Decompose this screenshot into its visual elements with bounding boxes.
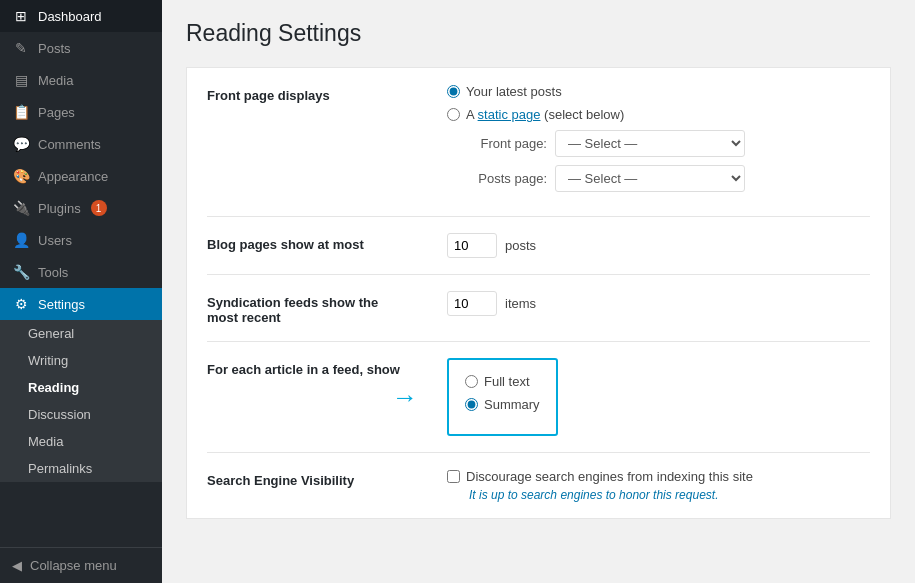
submenu-permalinks[interactable]: Permalinks [0,455,162,482]
front-page-select-label: Front page: [467,136,547,151]
radio-latest-posts[interactable]: Your latest posts [447,84,870,99]
front-page-select-row: Front page: — Select — [467,130,870,157]
collapse-icon: ◀ [12,558,22,573]
sidebar: ⊞ Dashboard ✎ Posts ▤ Media 📋 Pages 💬 Co… [0,0,162,583]
users-icon: 👤 [12,232,30,248]
appearance-icon: 🎨 [12,168,30,184]
search-engine-label: Search Engine Visibility [207,469,447,488]
feed-article-box: Full text Summary [447,358,558,436]
settings-icon: ⚙ [12,296,30,312]
sidebar-item-tools[interactable]: 🔧 Tools [0,256,162,288]
sidebar-item-label: Tools [38,265,68,280]
front-page-row: Front page displays Your latest posts A … [207,68,870,217]
sidebar-item-pages[interactable]: 📋 Pages [0,96,162,128]
radio-static-page[interactable]: A static page (select below) [447,107,870,122]
sidebar-item-label: Media [38,73,73,88]
plugins-badge: 1 [91,200,107,216]
posts-page-select-row: Posts page: — Select — [467,165,870,192]
feed-article-row: For each article in a feed, show → Full … [207,342,870,453]
pages-icon: 📋 [12,104,30,120]
sidebar-item-label: Settings [38,297,85,312]
radio-summary-label: Summary [484,397,540,412]
dashboard-icon: ⊞ [12,8,30,24]
search-engine-checkbox-row: Discourage search engines from indexing … [447,469,870,484]
sidebar-item-label: Pages [38,105,75,120]
media-icon: ▤ [12,72,30,88]
feed-article-control: → Full text Summary [447,358,870,436]
radio-static-input[interactable] [447,108,460,121]
collapse-label: Collapse menu [30,558,117,573]
arrow-indicator: → [392,382,418,413]
search-engine-control: Discourage search engines from indexing … [447,469,870,502]
sidebar-item-comments[interactable]: 💬 Comments [0,128,162,160]
sidebar-item-dashboard[interactable]: ⊞ Dashboard [0,0,162,32]
syndication-label: Syndication feeds show the most recent [207,291,447,325]
submenu-reading[interactable]: Reading [0,374,162,401]
sidebar-item-settings[interactable]: ⚙ Settings [0,288,162,320]
sidebar-item-appearance[interactable]: 🎨 Appearance [0,160,162,192]
static-page-link[interactable]: static page [478,107,541,122]
sidebar-item-users[interactable]: 👤 Users [0,224,162,256]
blog-pages-control: 10 posts [447,233,870,258]
comments-icon: 💬 [12,136,30,152]
blog-pages-suffix: posts [505,238,536,253]
radio-latest-input[interactable] [447,85,460,98]
sidebar-item-label: Appearance [38,169,108,184]
search-engine-checkbox-label: Discourage search engines from indexing … [466,469,753,484]
radio-full-text-input[interactable] [465,375,478,388]
radio-latest-label: Your latest posts [466,84,562,99]
posts-page-select-label: Posts page: [467,171,547,186]
sidebar-item-posts[interactable]: ✎ Posts [0,32,162,64]
settings-submenu: General Writing Reading Discussion Media… [0,320,162,482]
submenu-media[interactable]: Media [0,428,162,455]
posts-page-select[interactable]: — Select — [555,165,745,192]
main-content: Reading Settings Front page displays You… [162,0,915,583]
radio-full-text[interactable]: Full text [465,374,540,389]
syndication-suffix: items [505,296,536,311]
page-title: Reading Settings [186,20,891,47]
submenu-discussion[interactable]: Discussion [0,401,162,428]
radio-summary[interactable]: Summary [465,397,540,412]
sidebar-item-label: Posts [38,41,71,56]
syndication-row: Syndication feeds show the most recent i… [207,275,870,342]
search-engine-help: It is up to search engines to honor this… [469,488,870,502]
collapse-menu-button[interactable]: ◀ Collapse menu [0,547,162,583]
sidebar-item-label: Dashboard [38,9,102,24]
sidebar-item-label: Users [38,233,72,248]
sidebar-item-media[interactable]: ▤ Media [0,64,162,96]
syndication-input[interactable] [447,291,497,316]
sidebar-item-plugins[interactable]: 🔌 Plugins 1 [0,192,162,224]
posts-icon: ✎ [12,40,30,56]
front-page-control: Your latest posts A static page (select … [447,84,870,200]
submenu-general[interactable]: General [0,320,162,347]
syndication-control: items [447,291,870,316]
front-page-select[interactable]: — Select — [555,130,745,157]
plugins-icon: 🔌 [12,200,30,216]
blog-pages-label: Blog pages show at most [207,233,447,252]
front-page-label: Front page displays [207,84,447,103]
blog-pages-row: Blog pages show at most 10 posts [207,217,870,275]
submenu-writing[interactable]: Writing [0,347,162,374]
tools-icon: 🔧 [12,264,30,280]
blog-pages-input[interactable]: 10 [447,233,497,258]
sidebar-item-label: Plugins [38,201,81,216]
feed-article-label: For each article in a feed, show [207,358,447,377]
search-engine-checkbox[interactable] [447,470,460,483]
sidebar-item-label: Comments [38,137,101,152]
search-engine-row: Search Engine Visibility Discourage sear… [207,453,870,518]
radio-full-text-label: Full text [484,374,530,389]
radio-static-label: A static page (select below) [466,107,624,122]
radio-summary-input[interactable] [465,398,478,411]
settings-card: Front page displays Your latest posts A … [186,67,891,519]
